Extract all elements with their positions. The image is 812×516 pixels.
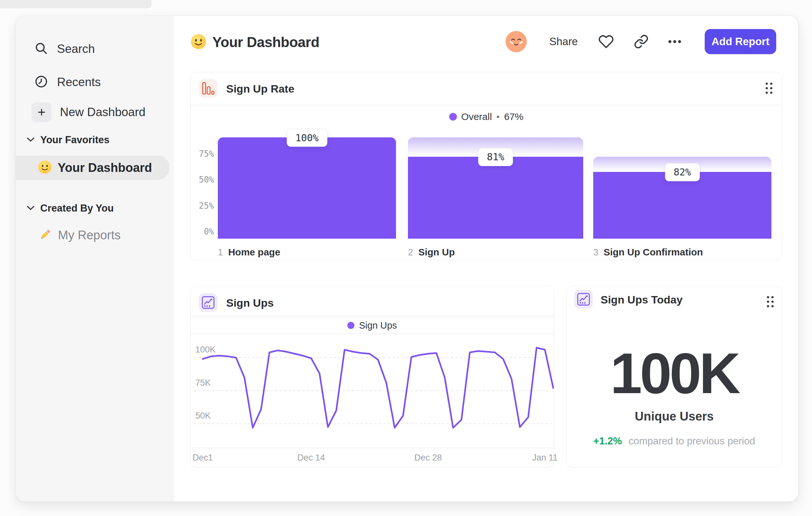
sidebar-item-label: My Reports [58,228,120,242]
add-report-button[interactable]: Add Report [705,29,776,54]
funnel-step-label: 2Sign Up [408,246,455,258]
sidebar-item-my-reports[interactable]: My Reports [38,226,120,244]
funnel-area: 75%50%25%0%100%1Home page81%2Sign Up82%3… [191,72,782,260]
drag-handle-icon[interactable] [767,296,774,308]
sidebar-item-label: Recents [57,76,101,89]
signups-line-chart [191,333,554,448]
line-plot-area: 100K75K50KDec1Dec 14Dec 28Jan 11 [191,287,554,467]
sidebar-item-your-dashboard-selected[interactable]: Your Dashboard [16,156,170,180]
sidebar-item-recents[interactable]: Recents [34,73,101,91]
signup-rate-card: Sign Up Rate Overall • 67% 75%50%25%0%10… [191,72,782,260]
funnel-step-label: 3Sign Up Confirmation [593,246,703,258]
page-title-row: Your Dashboard [191,33,319,52]
sidebar: Search Recents New Dashboard Your Favori… [16,16,174,501]
app-panel: Search Recents New Dashboard Your Favori… [16,16,799,502]
card-title: Sign Ups Today [601,294,683,306]
sidebar-section-title: Your Favorites [40,134,110,146]
screen: Search Recents New Dashboard Your Favori… [0,0,812,516]
delta-value: +1.2% [593,435,622,447]
sidebar-item-label: New Dashboard [60,105,145,119]
funnel-bar-home-page [218,137,396,239]
funnel-y-tick: 75% [191,149,214,159]
sidebar-section-created-by-you[interactable]: Created By You [27,202,114,215]
plus-icon [32,102,52,122]
smiley-emoji [191,33,207,51]
metric-value: 100K [567,341,782,406]
line-chart-icon [574,290,593,309]
page-title: Your Dashboard [212,34,319,50]
funnel-bar-sign-up [408,157,583,239]
signups-chart-card: Sign Ups Sign Ups 100K75K50KDec1Dec 14De… [191,286,554,467]
signups-series-line [203,348,553,428]
clock-icon [34,74,49,90]
header-actions: Share Add Report [505,29,776,55]
metric-delta-row: +1.2% compared to previous period [567,435,782,447]
chevron-down-icon [27,137,34,143]
heart-icon[interactable] [598,34,614,49]
avatar[interactable] [505,31,527,52]
ellipsis-icon[interactable] [667,39,682,44]
sidebar-item-new-dashboard[interactable]: New Dashboard [32,102,145,122]
funnel-step-label: 1Home page [218,246,280,258]
search-icon [34,41,49,57]
chevron-down-icon [27,206,34,212]
funnel-y-tick: 0% [191,227,214,236]
funnel-value-badge: 81% [478,148,513,166]
line-x-tick: Dec1 [192,453,213,463]
sidebar-section-your-favorites[interactable]: Your Favorites [27,134,110,146]
link-icon[interactable] [634,34,649,49]
line-x-tick: Jan 11 [532,453,558,463]
funnel-value-badge: 82% [665,163,700,181]
funnel-value-badge: 100% [286,129,327,147]
pencil-emoji [38,227,53,243]
smiley-emoji [38,160,52,175]
line-x-tick: Dec 14 [297,453,325,463]
sidebar-item-label: Your Dashboard [58,161,152,175]
funnel-y-tick: 50% [191,175,214,185]
sidebar-section-title: Created By You [40,202,114,214]
metric-label: Unique Users [567,410,782,424]
line-x-tick: Dec 28 [414,453,442,463]
delta-note: compared to previous period [629,435,755,447]
sidebar-item-search[interactable]: Search [34,40,95,58]
sidebar-item-label: Search [57,42,95,56]
window-chrome-strip [0,0,151,8]
signups-today-card: Sign Ups Today 100K Unique Users +1.2% c… [567,286,782,467]
share-button[interactable]: Share [549,35,578,48]
funnel-bar-sign-up-confirmation [593,172,772,239]
funnel-y-tick: 25% [191,201,214,211]
